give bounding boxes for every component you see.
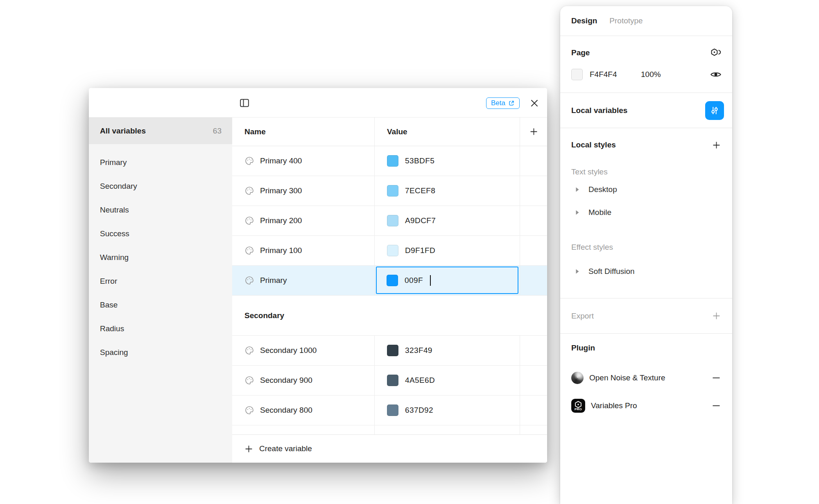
hex-edit-field[interactable]: 009F <box>376 267 518 294</box>
variables-sidebar: All variables 63 Primary Secondary Neutr… <box>89 118 232 463</box>
text-styles-label: Text styles <box>571 167 722 178</box>
modal-body: All variables 63 Primary Secondary Neutr… <box>89 118 547 463</box>
apply-variable-icon[interactable] <box>710 48 722 58</box>
hex-value[interactable]: D9F1FD <box>405 246 435 255</box>
local-variables-modal: Beta All variables 63 Primary Secondary … <box>89 88 547 463</box>
sidebar-item-spacing[interactable]: Spacing <box>89 341 232 364</box>
plugin-row-open-noise-texture[interactable]: Open Noise & Texture <box>571 364 722 392</box>
create-variable-label: Create variable <box>259 444 312 453</box>
variable-name: Primary 400 <box>260 156 302 165</box>
page-color-swatch[interactable] <box>571 69 583 80</box>
sidebar-item-radius[interactable]: Radius <box>89 317 232 341</box>
pro-badge: PRO <box>575 408 582 411</box>
palette-icon <box>244 156 254 166</box>
table-row[interactable]: Primary 100 D9F1FD <box>232 236 547 266</box>
create-variable-button[interactable]: Create variable <box>232 434 547 463</box>
sidebar-item-all-variables[interactable]: All variables 63 <box>89 118 232 144</box>
hex-value-editing: 009F <box>405 276 423 285</box>
color-swatch[interactable] <box>387 245 398 256</box>
table-row-clipped <box>232 425 547 434</box>
effect-styles-label: Effect styles <box>571 243 722 253</box>
close-icon[interactable] <box>529 99 540 108</box>
variable-name: Primary <box>260 276 287 285</box>
table-row[interactable]: Secondary 900 4A5E6D <box>232 366 547 396</box>
hex-value[interactable]: 53BDF5 <box>405 156 434 165</box>
add-mode-icon[interactable] <box>529 127 539 137</box>
noise-texture-plugin-icon <box>571 372 584 384</box>
text-style-mobile[interactable]: Mobile <box>571 201 722 224</box>
page-color-hex[interactable]: F4F4F4 <box>590 70 641 79</box>
palette-icon <box>244 346 254 355</box>
export-section: Export <box>560 298 732 334</box>
color-swatch[interactable] <box>387 155 398 167</box>
palette-icon <box>244 375 254 385</box>
screen: Beta All variables 63 Primary Secondary … <box>0 0 819 504</box>
plus-icon <box>244 444 254 454</box>
plugin-section: Plugin Open Noise & Texture PRO Variable… <box>560 334 732 420</box>
variable-name: Secondary 900 <box>260 376 312 385</box>
table-row[interactable]: Primary 200 A9DCF7 <box>232 206 547 236</box>
collection-list: Primary Secondary Neutrals Success Warni… <box>89 144 232 364</box>
sidebar-item-success[interactable]: Success <box>89 222 232 246</box>
external-link-icon <box>508 100 515 106</box>
remove-plugin-icon[interactable] <box>711 373 722 383</box>
page-color-row: F4F4F4 100% <box>571 66 722 83</box>
text-style-desktop[interactable]: Desktop <box>571 178 722 201</box>
table-row[interactable]: Secondary 800 637D92 <box>232 396 547 425</box>
column-header-value: Value <box>375 118 520 146</box>
eye-icon[interactable] <box>710 70 722 79</box>
tab-design[interactable]: Design <box>571 16 597 25</box>
color-swatch[interactable] <box>387 275 398 286</box>
toggle-sidebar-icon[interactable] <box>239 97 250 108</box>
beta-label: Beta <box>491 99 505 107</box>
hex-value[interactable]: 7ECEF8 <box>405 186 435 195</box>
variables-pro-plugin-icon: PRO <box>571 399 585 413</box>
sidebar-item-neutrals[interactable]: Neutrals <box>89 198 232 222</box>
hex-value[interactable]: 323F49 <box>405 346 432 355</box>
open-local-variables-button[interactable] <box>705 101 724 120</box>
sidebar-item-primary[interactable]: Primary <box>89 151 232 174</box>
table-header: Name Value <box>232 118 547 146</box>
variable-name: Secondary 1000 <box>260 346 317 355</box>
plugin-row-variables-pro[interactable]: PRO Variables Pro <box>571 392 722 420</box>
table-rows: Primary 400 53BDF5 Primary 300 <box>232 146 547 434</box>
variable-name: Primary 100 <box>260 246 302 255</box>
color-swatch[interactable] <box>387 185 398 197</box>
local-variables-section: Local variables <box>560 93 732 128</box>
hex-value[interactable]: 637D92 <box>405 406 433 415</box>
add-style-icon[interactable] <box>711 140 722 150</box>
palette-icon <box>244 276 254 285</box>
table-row[interactable]: Primary 300 7ECEF8 <box>232 176 547 206</box>
table-row[interactable]: Primary 400 53BDF5 <box>232 146 547 176</box>
chevron-right-icon <box>575 210 579 215</box>
beta-badge[interactable]: Beta <box>486 97 520 109</box>
panel-tabs: Design Prototype <box>560 6 732 36</box>
chevron-right-icon <box>575 187 579 192</box>
add-export-icon[interactable] <box>711 311 722 321</box>
local-variables-title: Local variables <box>571 106 627 115</box>
all-variables-label: All variables <box>100 127 146 136</box>
plugin-title: Plugin <box>571 344 722 353</box>
page-opacity[interactable]: 100% <box>641 70 661 79</box>
color-swatch[interactable] <box>387 215 398 226</box>
sidebar-item-warning[interactable]: Warning <box>89 246 232 269</box>
remove-plugin-icon[interactable] <box>711 400 722 411</box>
sidebar-item-secondary[interactable]: Secondary <box>89 174 232 198</box>
color-swatch[interactable] <box>387 345 398 356</box>
table-row[interactable]: Secondary 1000 323F49 <box>232 336 547 366</box>
hex-value[interactable]: 4A5E6D <box>405 376 435 385</box>
table-row-selected[interactable]: Primary 009F <box>232 266 547 296</box>
group-header-secondary: Secondary <box>232 296 547 336</box>
text-cursor <box>430 275 431 286</box>
color-swatch[interactable] <box>387 375 398 386</box>
sidebar-item-error[interactable]: Error <box>89 269 232 293</box>
color-swatch[interactable] <box>387 405 398 416</box>
tab-prototype[interactable]: Prototype <box>609 16 643 25</box>
palette-icon <box>244 186 254 196</box>
palette-icon <box>244 246 254 255</box>
sidebar-item-base[interactable]: Base <box>89 293 232 317</box>
column-header-name: Name <box>232 118 375 146</box>
palette-icon <box>244 405 254 415</box>
effect-style-soft-diffusion[interactable]: Soft Diffusion <box>571 260 722 283</box>
hex-value[interactable]: A9DCF7 <box>405 216 436 225</box>
